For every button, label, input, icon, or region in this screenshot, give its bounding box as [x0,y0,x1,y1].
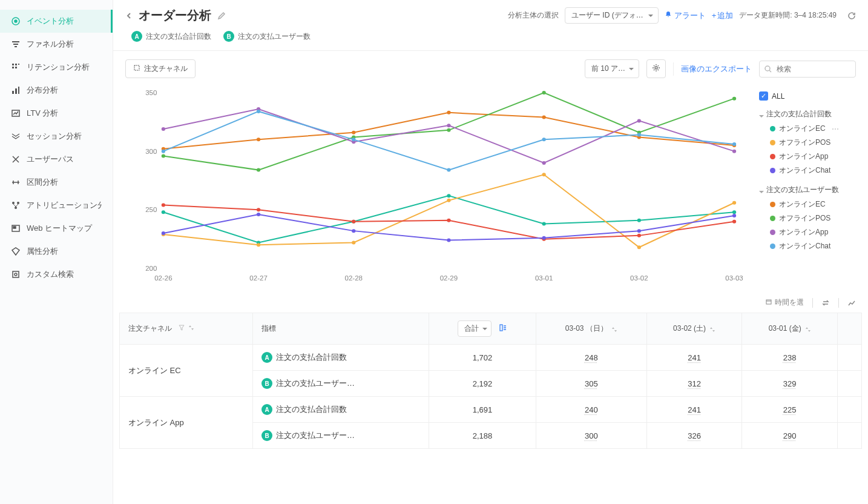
total-select[interactable]: 合計 [458,320,492,337]
svg-point-82 [637,119,641,122]
th-date2[interactable]: 03-02 (土) [646,313,742,345]
svg-point-55 [732,220,736,224]
sidebar: イベント分析 ファネル分析 リテンション分析 分布分析 LTV 分析 セッション… [0,0,113,504]
value-cell: 225 [742,397,838,423]
badge-b-icon: B [223,31,234,42]
more-icon[interactable]: ⋯ [832,125,839,133]
date-range-select[interactable]: 前 10 ア… [585,59,639,78]
legend-swatch-icon [770,168,775,173]
sidebar-item-session[interactable]: セッション分析 [0,125,113,148]
legend-swatch-icon [770,154,775,159]
sidebar-item-attribution[interactable]: アトリビューション分析 [0,194,113,217]
sort-icon[interactable] [611,326,617,332]
swap-icon[interactable] [821,299,830,307]
legend-item[interactable]: オンラインEC [759,197,856,211]
sidebar-label: 分布分析 [27,85,58,96]
attribution-icon [11,201,21,210]
chart-type-icon[interactable] [847,299,856,307]
legend-swatch-icon [770,202,775,207]
legend-item[interactable]: オンラインChat [759,164,856,177]
value-cell: 312 [646,371,742,397]
th-channel[interactable]: 注文チャネル [120,313,253,345]
svg-point-40 [637,219,641,222]
value-cell: 238 [742,345,838,371]
sort-icon[interactable] [805,326,811,332]
svg-point-66 [447,111,450,114]
svg-point-62 [732,214,736,217]
settings-button[interactable] [646,59,666,78]
time-select-button[interactable]: 時間を選 [765,297,804,308]
sidebar-item-ltv[interactable]: LTV 分析 [0,102,113,125]
svg-point-58 [352,229,355,233]
legend-item[interactable]: オンラインEC⋯ [759,122,856,136]
metric-a: A 注文の支払合計回数 [131,31,211,42]
alert-button[interactable]: アラート [665,10,706,21]
chart-plot: 20025030035002-2602-2702-2802-2903-0103-… [125,87,747,287]
export-link[interactable]: 画像のエクスポート [681,64,752,75]
svg-point-74 [542,91,546,94]
refresh-icon[interactable] [847,12,856,20]
chart-zone: 20025030035002-2602-2702-2802-2903-0103-… [113,87,868,293]
sidebar-item-interval[interactable]: 区間分析 [0,171,113,194]
th-date1[interactable]: 03-03 （日） [536,313,646,345]
legend-item[interactable]: オンラインApp [759,150,856,164]
back-chevron-icon[interactable] [125,12,133,19]
update-time: データ更新時間: 3–4 18:25:49 [739,10,837,21]
sidebar-item-path[interactable]: ユーザーパス [0,148,113,171]
percent-icon[interactable] [499,323,507,334]
calendar-icon [765,298,772,307]
svg-text:250: 250 [145,207,157,214]
svg-point-67 [542,116,546,119]
svg-point-57 [257,213,260,216]
sort-icon[interactable] [709,326,715,332]
sidebar-item-retention[interactable]: リテンション分析 [0,56,113,79]
legend-group-toggle[interactable]: 注文の支払ユーザー数 [759,182,856,197]
svg-point-86 [352,138,355,141]
funnel-icon [11,39,21,49]
search-input[interactable] [759,61,856,78]
legend-group-toggle[interactable]: 注文の支払合計回数 [759,107,856,122]
svg-rect-91 [766,300,771,304]
sidebar-label: ファネル分析 [27,39,74,50]
legend-item[interactable]: オフラインPOS [759,211,856,225]
sidebar-item-funnel[interactable]: ファネル分析 [0,33,113,56]
svg-rect-12 [18,87,19,94]
svg-point-64 [257,138,260,141]
channel-chip[interactable]: 注文チャネル [125,59,196,78]
sidebar-item-heatmap[interactable]: Web ヒートマップ [0,217,113,240]
chart-legend: ALL 注文の支払合計回数オンラインEC⋯オフラインPOSオンラインAppオンラ… [759,87,856,287]
th-total[interactable]: 合計 [429,313,536,345]
sidebar-label: Web ヒートマップ [27,223,92,234]
legend-item[interactable]: オンラインChat [759,239,856,253]
svg-text:300: 300 [145,148,157,155]
svg-point-61 [637,229,641,233]
svg-point-65 [352,131,355,134]
sidebar-item-event[interactable]: イベント分析 [0,10,113,33]
th-date3[interactable]: 03-01 (金) [742,313,838,345]
search-icon [11,270,21,279]
checkbox-checked-icon [759,91,768,101]
svg-rect-18 [13,227,16,228]
badge-a-icon: A [261,352,272,363]
add-button[interactable]: + 追加 [712,10,734,21]
th-metric: 指標 [253,313,429,345]
filter-icon[interactable] [179,324,185,333]
total-cell: 2,192 [429,371,536,397]
total-cell: 1,691 [429,397,536,423]
legend-swatch-icon [770,230,775,235]
svg-rect-5 [12,64,14,65]
edit-icon[interactable] [217,12,226,20]
sidebar-item-attribute[interactable]: 属性分析 [0,240,113,263]
svg-point-15 [17,202,19,204]
sidebar-label: セッション分析 [27,131,82,142]
sidebar-item-custom-search[interactable]: カスタム検索 [0,263,113,286]
svg-text:02-27: 02-27 [249,274,267,282]
legend-item[interactable]: オンラインApp [759,225,856,239]
legend-all-toggle[interactable]: ALL [759,91,856,101]
svg-text:02-29: 02-29 [440,274,458,282]
subject-select[interactable]: ユーザー ID (デフォ… [565,7,659,24]
sort-icon[interactable] [188,324,194,333]
legend-item[interactable]: オフラインPOS [759,136,856,150]
svg-point-35 [162,210,165,214]
sidebar-item-distribution[interactable]: 分布分析 [0,79,113,102]
